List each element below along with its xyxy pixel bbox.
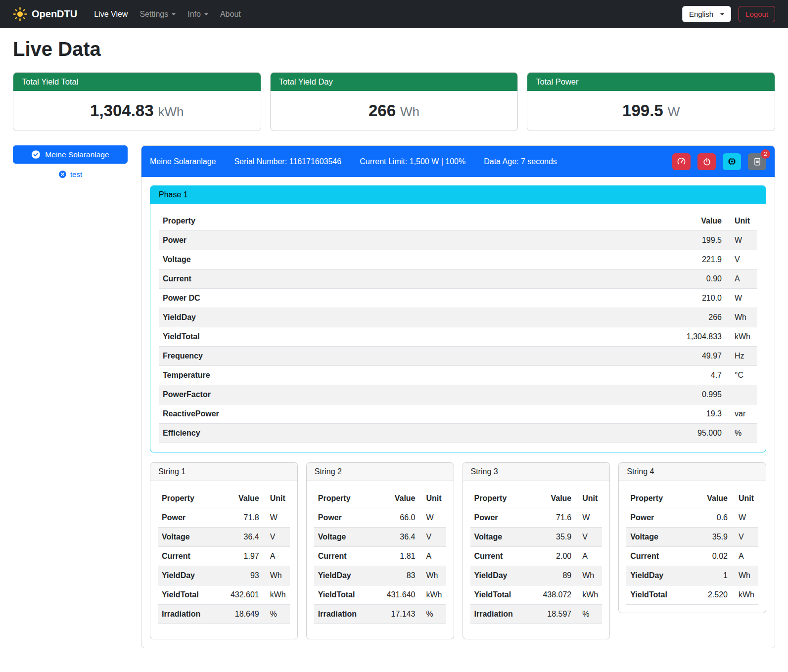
sidebar-item-meine-solaranlage[interactable]: Meine Solaranlage	[13, 145, 128, 164]
card-title: Total Yield Day	[271, 73, 518, 91]
limit-settings-button[interactable]	[672, 153, 691, 170]
string-4-card: String 4 Property Value Unit	[618, 462, 766, 613]
row-unit: Wh	[726, 308, 757, 327]
brand-link[interactable]: OpenDTU	[13, 7, 77, 21]
brand-label: OpenDTU	[32, 8, 77, 20]
logout-button[interactable]: Logout	[739, 6, 775, 22]
string-table-head: Property Value Unit	[470, 489, 603, 508]
language-value: English	[689, 10, 713, 18]
table-row: Voltage36.4V	[314, 528, 446, 547]
table-row: Power199.5W	[159, 231, 757, 250]
sidebar-item-test[interactable]: test	[13, 170, 128, 179]
row-unit: A	[419, 547, 446, 566]
row-property: Irradiation	[470, 605, 539, 624]
row-value: 36.4	[382, 528, 419, 547]
inverter-panel-header: Meine Solaranlage Serial Number: 1161716…	[141, 146, 775, 177]
nav-item-settings[interactable]: Settings	[134, 6, 182, 23]
language-select[interactable]: English	[682, 6, 731, 22]
phase-table: Property Value Unit Power199.5WVoltage22…	[159, 212, 757, 443]
table-row: Efficiency95.000%	[159, 424, 757, 443]
value-unit: kWh	[158, 104, 184, 119]
row-value: 36.4	[227, 528, 263, 547]
row-unit: kWh	[263, 585, 290, 605]
string-card-title: String 1	[150, 463, 297, 481]
row-unit: kWh	[575, 585, 602, 605]
row-value: 89	[539, 566, 575, 585]
power-settings-button[interactable]	[697, 153, 716, 170]
row-unit: var	[726, 404, 757, 424]
string-card-title: String 4	[619, 463, 766, 481]
table-row: Voltage36.4V	[158, 528, 290, 547]
nav-item-label: Live View	[94, 10, 128, 19]
navbar-right: English Logout	[682, 6, 775, 22]
row-property: YieldDay	[314, 566, 383, 585]
inverter-actions: 2	[672, 153, 766, 170]
row-value: 35.9	[695, 528, 732, 547]
row-unit: W	[726, 289, 757, 308]
chevron-down-icon	[720, 13, 724, 15]
phase-card-title: Phase 1	[150, 186, 766, 204]
string-table-head: Property Value Unit	[314, 489, 446, 508]
device-info-button[interactable]	[723, 153, 741, 170]
row-value: 18.649	[227, 605, 263, 624]
row-unit: Wh	[732, 566, 758, 585]
nav-item-label: About	[220, 10, 241, 19]
row-value: 0.6	[695, 508, 732, 528]
string-2-table: Property Value Unit Power66.0WVoltage36.…	[314, 489, 446, 624]
row-property: Current	[470, 547, 539, 566]
row-unit: V	[263, 528, 290, 547]
string-4-table: Property Value Unit Power0.6WVoltage35.9…	[626, 489, 758, 605]
table-row: YieldDay266Wh	[159, 308, 757, 327]
row-property: YieldTotal	[626, 585, 695, 605]
sidebar-item-label: Meine Solaranlage	[45, 150, 109, 159]
nav-links: Live View Settings Info About	[88, 6, 247, 23]
table-row: Current0.90A	[159, 269, 757, 289]
string-1-table: Property Value Unit Power71.8WVoltage36.…	[158, 489, 290, 624]
value-unit: W	[668, 104, 680, 119]
card-value: 266Wh	[271, 91, 518, 131]
row-value: 1.97	[227, 547, 263, 566]
row-value: 71.6	[539, 508, 575, 528]
row-property: Current	[314, 547, 383, 566]
row-property: YieldDay	[159, 308, 614, 327]
row-value: 4.7	[614, 366, 726, 385]
row-property: Efficiency	[159, 424, 614, 443]
row-property: Temperature	[159, 366, 614, 385]
row-property: Power	[470, 508, 539, 528]
row-value: 19.3	[614, 404, 726, 424]
row-value: 35.9	[539, 528, 575, 547]
row-property: YieldTotal	[470, 585, 539, 605]
row-property: YieldDay	[158, 566, 227, 585]
event-log-button[interactable]: 2	[748, 153, 766, 170]
row-value: 1,304.833	[614, 327, 726, 347]
value-unit: Wh	[400, 104, 419, 119]
row-value: 199.5	[614, 231, 726, 250]
row-unit: V	[419, 528, 446, 547]
card-value: 199.5W	[527, 91, 775, 131]
nav-item-live-view[interactable]: Live View	[88, 6, 134, 23]
row-unit: Hz	[726, 347, 757, 366]
table-header-row: Property Value Unit	[626, 489, 758, 508]
column-header-property: Property	[314, 489, 383, 508]
speedometer-icon	[677, 157, 686, 166]
column-header-unit: Unit	[575, 489, 602, 508]
table-row: YieldTotal1,304.833kWh	[159, 327, 757, 347]
chevron-down-icon	[172, 13, 176, 15]
row-unit: %	[726, 424, 757, 443]
row-property: Power	[314, 508, 383, 528]
inverter-name: Meine Solaranlage	[150, 157, 216, 166]
row-property: Irradiation	[314, 605, 383, 624]
inverter-current-limit: Current Limit: 1,500 W | 100%	[360, 157, 465, 166]
nav-item-about[interactable]: About	[214, 6, 247, 23]
nav-item-info[interactable]: Info	[182, 6, 214, 23]
sun-icon	[13, 7, 27, 21]
row-unit: W	[263, 508, 290, 528]
row-unit: V	[575, 528, 602, 547]
row-value: 1.81	[382, 547, 419, 566]
row-value: 431.640	[382, 585, 419, 605]
table-row: Power66.0W	[314, 508, 446, 528]
row-property: ReactivePower	[159, 404, 614, 424]
table-row: Frequency49.97Hz	[159, 347, 757, 366]
row-value: 2.520	[695, 585, 732, 605]
row-unit: W	[732, 508, 758, 528]
